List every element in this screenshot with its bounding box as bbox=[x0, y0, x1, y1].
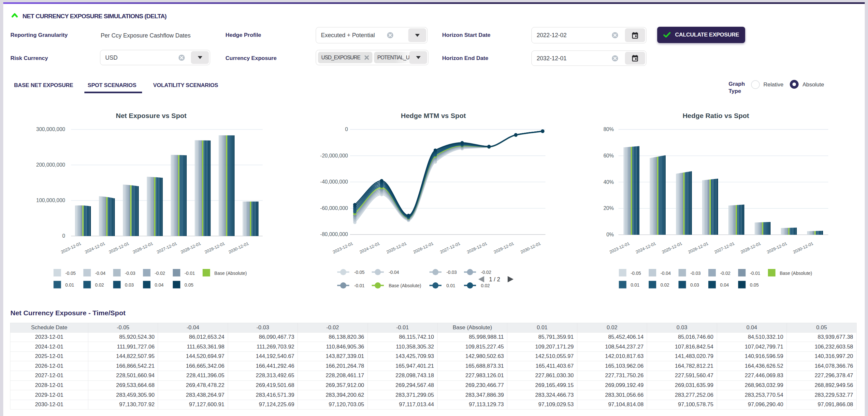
svg-text:-0.01: -0.01 bbox=[184, 271, 195, 276]
svg-text:2028-12-01: 2028-12-01 bbox=[180, 241, 202, 255]
svg-text:-0.05: -0.05 bbox=[65, 271, 75, 276]
svg-text:Hedge Ratio vs Spot: Hedge Ratio vs Spot bbox=[683, 112, 749, 119]
svg-text:-0.01: -0.01 bbox=[354, 283, 365, 288]
svg-text:2029-12-01: 2029-12-01 bbox=[493, 241, 515, 255]
svg-text:0.01: 0.01 bbox=[446, 283, 455, 288]
svg-text:0.05: 0.05 bbox=[184, 282, 193, 288]
svg-text:-0.04: -0.04 bbox=[389, 270, 399, 275]
svg-text:0.05: 0.05 bbox=[750, 282, 758, 288]
svg-text:Net Exposure vs Spot: Net Exposure vs Spot bbox=[116, 112, 186, 119]
svg-text:2023-12-01: 2023-12-01 bbox=[60, 241, 82, 255]
svg-text:2024-12-01: 2024-12-01 bbox=[359, 241, 380, 255]
svg-text:-0.05: -0.05 bbox=[630, 271, 641, 276]
svg-text:2025-12-01: 2025-12-01 bbox=[385, 241, 407, 255]
svg-text:60%: 60% bbox=[603, 153, 614, 158]
svg-text:0: 0 bbox=[345, 126, 348, 132]
svg-text:Base (Absolute): Base (Absolute) bbox=[780, 271, 812, 276]
svg-text:2026-12-01: 2026-12-01 bbox=[687, 241, 709, 255]
svg-text:-0.04: -0.04 bbox=[660, 271, 671, 276]
svg-text:200,000,000: 200,000,000 bbox=[36, 162, 65, 168]
svg-text:0.04: 0.04 bbox=[720, 282, 729, 288]
svg-text:2027-12-01: 2027-12-01 bbox=[439, 241, 461, 255]
svg-text:-0.02: -0.02 bbox=[155, 271, 165, 276]
svg-text:80%: 80% bbox=[603, 126, 614, 132]
svg-text:0.01: 0.01 bbox=[630, 282, 639, 288]
svg-text:-20,000,000: -20,000,000 bbox=[320, 153, 348, 158]
svg-text:-0.04: -0.04 bbox=[95, 271, 105, 276]
svg-text:2030-12-01: 2030-12-01 bbox=[520, 241, 541, 255]
svg-text:2029-12-01: 2029-12-01 bbox=[204, 241, 225, 255]
svg-text:2027-12-01: 2027-12-01 bbox=[156, 241, 178, 255]
svg-text:0.03: 0.03 bbox=[125, 282, 133, 288]
svg-text:40%: 40% bbox=[603, 179, 614, 185]
svg-text:-0.05: -0.05 bbox=[354, 270, 365, 275]
svg-text:-0.03: -0.03 bbox=[446, 270, 457, 275]
svg-text:2027-12-01: 2027-12-01 bbox=[714, 241, 735, 255]
svg-text:2024-12-01: 2024-12-01 bbox=[84, 241, 106, 255]
svg-text:2026-12-01: 2026-12-01 bbox=[412, 241, 434, 255]
svg-text:2028-12-01: 2028-12-01 bbox=[466, 241, 488, 255]
svg-text:0: 0 bbox=[62, 233, 65, 239]
svg-text:-0.03: -0.03 bbox=[690, 271, 701, 276]
svg-text:-60,000,000: -60,000,000 bbox=[320, 205, 348, 211]
svg-text:0.02: 0.02 bbox=[660, 282, 669, 288]
svg-text:-80,000,000: -80,000,000 bbox=[320, 232, 348, 237]
svg-text:Hedge MTM vs Spot: Hedge MTM vs Spot bbox=[401, 112, 466, 119]
svg-text:-40,000,000: -40,000,000 bbox=[320, 179, 348, 184]
svg-text:2023-12-01: 2023-12-01 bbox=[332, 241, 354, 255]
svg-text:Base (Absolute): Base (Absolute) bbox=[214, 271, 247, 276]
svg-text:Base (Absolute): Base (Absolute) bbox=[389, 283, 421, 288]
svg-text:-0.01: -0.01 bbox=[750, 271, 760, 276]
svg-text:1 / 2: 1 / 2 bbox=[489, 276, 500, 283]
svg-text:0%: 0% bbox=[607, 232, 614, 237]
svg-text:-0.02: -0.02 bbox=[481, 270, 491, 275]
svg-text:2023-12-01: 2023-12-01 bbox=[609, 241, 630, 255]
svg-text:2030-12-01: 2030-12-01 bbox=[228, 241, 250, 255]
svg-text:-0.03: -0.03 bbox=[125, 271, 135, 276]
svg-text:2029-12-01: 2029-12-01 bbox=[766, 241, 788, 255]
svg-text:2028-12-01: 2028-12-01 bbox=[740, 241, 762, 255]
svg-text:0.03: 0.03 bbox=[690, 282, 699, 288]
svg-text:100,000,000: 100,000,000 bbox=[36, 198, 65, 203]
svg-text:0.01: 0.01 bbox=[65, 282, 74, 288]
svg-text:2025-12-01: 2025-12-01 bbox=[661, 241, 683, 255]
svg-text:2025-12-01: 2025-12-01 bbox=[108, 241, 130, 255]
svg-text:-0.02: -0.02 bbox=[720, 271, 731, 276]
svg-text:2026-12-01: 2026-12-01 bbox=[132, 241, 154, 255]
svg-text:0.04: 0.04 bbox=[155, 282, 163, 288]
svg-text:2024-12-01: 2024-12-01 bbox=[635, 241, 656, 255]
svg-text:0.02: 0.02 bbox=[95, 282, 104, 288]
svg-text:2030-12-01: 2030-12-01 bbox=[792, 241, 814, 255]
svg-text:20%: 20% bbox=[603, 205, 614, 211]
svg-text:300,000,000: 300,000,000 bbox=[36, 126, 65, 132]
svg-text:0.02: 0.02 bbox=[481, 283, 490, 288]
